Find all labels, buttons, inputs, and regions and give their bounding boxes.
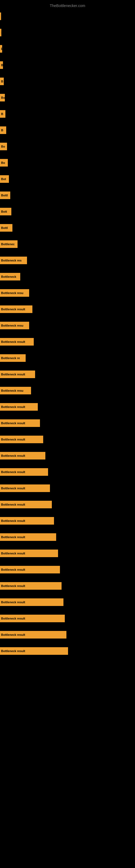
bar-row: Bottleneck (0, 269, 135, 285)
bar-item: Bottleneck result (0, 550, 58, 557)
bar-row: Bo (0, 155, 135, 171)
bar-row: Bottleneck result (0, 578, 135, 594)
bar-row: Bottleneck result (0, 366, 135, 382)
bar-item: Bottleneck result (0, 485, 50, 492)
bar-row: B (0, 122, 135, 138)
bar-item: Bottleneck res (0, 257, 27, 264)
bar-item: Bottleneck result (0, 420, 40, 427)
bar-item: Bottlenec (0, 240, 17, 248)
bar-item: Bottleneck result (0, 338, 34, 346)
bar-row: Bott (0, 204, 135, 220)
bar-row: B (0, 106, 135, 122)
bar-item: Bottleneck result (0, 582, 61, 590)
bar-item: Bottleneck resu (0, 387, 31, 394)
bar-item: Bottleneck result (0, 501, 52, 508)
bar-item: B (0, 78, 4, 85)
bar-item: Bottleneck result (0, 615, 65, 622)
bar-row: Bottleneck result (0, 301, 135, 317)
bar-row: B (0, 73, 135, 90)
bar-row: Bottleneck result (0, 561, 135, 578)
bar-item: Bottleneck re (0, 354, 26, 362)
bar-row: | (0, 8, 135, 24)
bar-row: Bottleneck result (0, 447, 135, 464)
bar-row: Bottleneck result (0, 399, 135, 415)
bar-row: Bottleneck result (0, 431, 135, 447)
bars-container: ||EBBBoBBBoBoBotBottlBottBottlBottlenecB… (0, 8, 135, 659)
bar-item: Bottleneck resu (0, 289, 29, 297)
bar-row: Bottleneck result (0, 643, 135, 659)
bar-item: Bottleneck resu (0, 322, 29, 329)
bar-item: Bott (0, 208, 11, 215)
bar-item: Bottl (0, 224, 12, 231)
bar-item: Bottleneck result (0, 452, 45, 460)
bar-row: Bottleneck result (0, 334, 135, 350)
bar-row: Bottleneck result (0, 610, 135, 627)
bar-item: Bottleneck result (0, 436, 43, 443)
bar-item: Bottleneck result (0, 403, 38, 411)
bar-row: Bo (0, 138, 135, 155)
bar-row: | (0, 24, 135, 41)
bar-row: Bottleneck resu (0, 317, 135, 334)
bar-item: Bottleneck result (0, 517, 54, 525)
bar-row: Bottleneck result (0, 529, 135, 545)
bar-row: Bottl (0, 220, 135, 236)
bar-item: Bottleneck result (0, 371, 35, 378)
bar-row: Bottleneck res (0, 252, 135, 269)
bar-item: Bottleneck result (0, 533, 56, 541)
bar-item: B (0, 110, 5, 118)
bar-item: Bottleneck result (0, 305, 32, 313)
bar-row: Bot (0, 171, 135, 187)
bar-item: Bo (0, 143, 7, 150)
bar-item: | (0, 12, 1, 20)
bar-item: Bottleneck result (0, 566, 60, 574)
bar-item: B (0, 126, 6, 134)
bar-item: Bottleneck result (0, 598, 63, 606)
bar-row: Bottleneck resu (0, 382, 135, 399)
bar-row: Bottleneck result (0, 594, 135, 610)
bar-row: Bottleneck result (0, 464, 135, 480)
bar-item: Bottleneck result (0, 631, 66, 639)
bar-row: Bottleneck result (0, 513, 135, 529)
bar-item: Bottleneck (0, 273, 20, 280)
bar-item: | (0, 29, 1, 36)
bar-item: B (0, 61, 3, 69)
bar-row: Bottl (0, 187, 135, 204)
bar-item: Bot (0, 175, 9, 183)
bar-row: Bottlenec (0, 236, 135, 252)
bar-row: Bottleneck resu (0, 285, 135, 301)
bar-item: Bottleneck result (0, 647, 68, 655)
bar-item: Bo (0, 159, 8, 166)
bar-item: Bottleneck result (0, 468, 48, 476)
bar-item: Bo (0, 94, 5, 101)
bar-row: B (0, 57, 135, 73)
bar-row: Bottleneck result (0, 496, 135, 513)
bar-item: E (0, 45, 2, 53)
bar-item: Bottl (0, 191, 10, 199)
bar-row: E (0, 41, 135, 57)
bar-row: Bottleneck result (0, 627, 135, 643)
bar-row: Bottleneck result (0, 415, 135, 431)
bar-row: Bottleneck result (0, 545, 135, 561)
bar-row: Bottleneck result (0, 480, 135, 496)
bar-row: Bo (0, 90, 135, 106)
bar-row: Bottleneck re (0, 350, 135, 366)
